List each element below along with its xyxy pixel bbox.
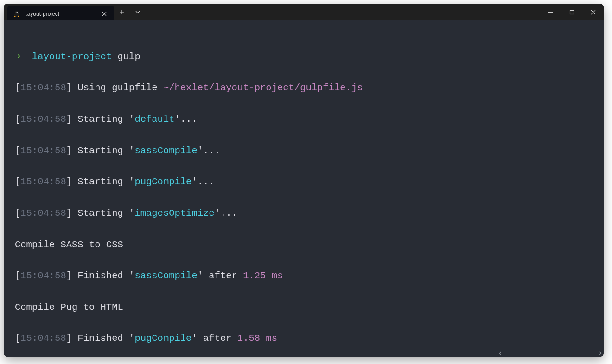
output-line: [15:04:58] Starting 'default'... [15, 112, 593, 127]
output-text: Finished [77, 270, 123, 281]
svg-rect-5 [570, 10, 574, 14]
output-text: Using gulpfile [77, 82, 157, 93]
horizontal-scrollbar[interactable] [497, 350, 604, 357]
new-tab-button[interactable] [114, 4, 130, 20]
tab-title: ..ayout-project [24, 11, 59, 17]
terminal-window: ..ayout-project ➜ layout-project gulp [4, 4, 604, 357]
prompt-command: gulp [118, 51, 140, 62]
output-text: Compile Pug to HTML [15, 302, 123, 313]
terminal-body[interactable]: ➜ layout-project gulp [15:04:58] Using g… [4, 20, 604, 357]
output-line: [15:04:58] Starting 'imagesOptimize'... [15, 206, 593, 221]
prompt-cwd: layout-project [32, 51, 112, 62]
output-text: Starting [77, 208, 123, 219]
maximize-button[interactable] [561, 4, 582, 20]
tab-active[interactable]: ..ayout-project [7, 6, 114, 22]
titlebar[interactable]: ..ayout-project [4, 4, 604, 20]
output-line: Compile SASS to CSS [15, 237, 593, 253]
task-name: pugCompile [134, 333, 191, 344]
scroll-track[interactable] [504, 350, 597, 357]
tab-dropdown-button[interactable] [130, 4, 146, 20]
svg-point-4 [17, 12, 18, 13]
output-line: [15:04:58] Using gulpfile ~/hexlet/layou… [15, 80, 593, 96]
tab-strip: ..ayout-project [4, 4, 114, 20]
tux-icon [13, 10, 20, 18]
timestamp: 15:04:58 [20, 270, 66, 281]
output-text: Finished [77, 333, 123, 344]
task-name: sassCompile [134, 145, 197, 156]
scroll-right-icon[interactable] [597, 350, 604, 357]
timestamp: 15:04:58 [20, 333, 66, 344]
scroll-left-icon[interactable] [497, 350, 504, 357]
tab-close-button[interactable] [100, 10, 108, 18]
output-text: Starting [77, 176, 123, 187]
task-name: pugCompile [134, 176, 191, 187]
output-text: Starting [77, 145, 123, 156]
timestamp: 15:04:58 [20, 82, 66, 93]
timestamp: 15:04:58 [20, 176, 66, 187]
output-text: after [209, 270, 237, 281]
task-name: default [134, 114, 174, 125]
svg-point-3 [16, 12, 16, 13]
close-button[interactable] [582, 4, 604, 20]
window-controls [540, 4, 604, 20]
output-line: [15:04:58] Starting 'pugCompile'... [15, 174, 593, 190]
task-name: imagesOptimize [134, 208, 214, 219]
task-name: sassCompile [134, 270, 197, 281]
duration: 1.58 ms [237, 333, 277, 344]
timestamp: 15:04:58 [20, 114, 66, 125]
prompt-arrow-icon: ➜ [15, 51, 20, 62]
minimize-button[interactable] [540, 4, 561, 20]
prompt-line: ➜ layout-project gulp [15, 49, 593, 65]
output-line: [15:04:58] Finished 'pugCompile' after 1… [15, 331, 593, 346]
output-line: Compile Pug to HTML [15, 300, 593, 315]
output-line: [15:04:58] Starting 'sassCompile'... [15, 143, 593, 159]
duration: 1.25 ms [243, 270, 283, 281]
output-text: Compile SASS to CSS [15, 239, 123, 250]
timestamp: 15:04:58 [20, 208, 66, 219]
output-line: [15:04:58] Finished 'sassCompile' after … [15, 268, 593, 284]
gulpfile-path: ~/hexlet/layout-project/gulpfile.js [163, 82, 363, 93]
timestamp: 15:04:58 [20, 145, 66, 156]
output-text: after [203, 333, 232, 344]
output-text: Starting [77, 114, 123, 125]
